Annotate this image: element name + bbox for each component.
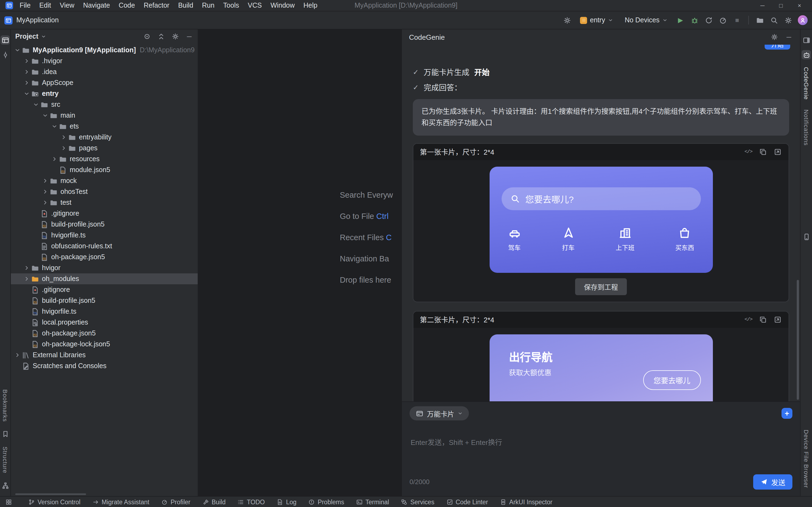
locate-file-icon[interactable]	[143, 33, 151, 41]
tree-item--idea[interactable]: .idea	[11, 66, 198, 77]
user-avatar[interactable]	[798, 15, 808, 25]
codegenie-hide-icon[interactable]: ─	[785, 33, 793, 41]
tree-item-pages[interactable]: pages	[11, 143, 198, 154]
tree-item-entry[interactable]: entry	[11, 88, 198, 99]
tree-item-build-profile-json5[interactable]: {5}build-profile.json5	[11, 219, 198, 230]
tree-item-oh-package-json5[interactable]: {5}oh-package.json5	[11, 251, 198, 263]
chevron-right-icon[interactable]	[41, 199, 49, 206]
menu-file[interactable]: File	[15, 2, 35, 9]
chevron-down-icon[interactable]	[41, 34, 47, 39]
chevron-right-icon[interactable]	[41, 188, 49, 195]
tree-item-mock[interactable]: mock	[11, 175, 198, 186]
add-context-button[interactable]: +	[781, 408, 793, 419]
menu-help[interactable]: Help	[299, 2, 322, 9]
chevron-right-icon[interactable]	[41, 177, 49, 184]
partial-action-button[interactable]: 开始	[765, 45, 790, 50]
tree-item-hvigor[interactable]: hvigor	[11, 263, 198, 273]
tree-item-appscope[interactable]: AppScope	[11, 77, 198, 88]
tree-item-myapplication9-myapplication-[interactable]: MyApplication9 [MyApplication]D:\MyAppli…	[11, 45, 198, 56]
stop-button[interactable]: ■	[733, 15, 742, 25]
status-item-migrate-assistant[interactable]: Migrate Assistant	[86, 499, 155, 505]
tree-item-oh-package-json5[interactable]: {5}oh-package.json5	[11, 328, 198, 339]
chevron-right-icon[interactable]	[13, 352, 21, 358]
tree-item-resources[interactable]: resources	[11, 154, 198, 164]
menu-vcs[interactable]: VCS	[243, 2, 266, 9]
status-item-arkui-inspector[interactable]: ArkUI Inspector	[494, 499, 559, 505]
menu-run[interactable]: Run	[198, 2, 219, 9]
code-icon[interactable]: </>	[744, 148, 753, 156]
menu-navigate[interactable]: Navigate	[79, 2, 114, 9]
chevron-right-icon[interactable]	[22, 276, 31, 282]
message-input[interactable]: Enter发送，Shift + Enter换行	[411, 437, 791, 447]
send-button[interactable]: 发送	[753, 474, 793, 490]
tree-item-external-libraries[interactable]: External Libraries	[11, 350, 198, 360]
status-item-profiler[interactable]: Profiler	[155, 499, 196, 505]
tree-item-ets[interactable]: ets	[11, 121, 198, 132]
chevron-right-icon[interactable]	[59, 145, 67, 151]
status-item-terminal[interactable]: Terminal	[350, 499, 395, 505]
chevron-down-icon[interactable]	[41, 112, 49, 119]
code-icon[interactable]: </>	[744, 315, 753, 324]
chevron-right-icon[interactable]	[22, 265, 31, 271]
chevron-down-icon[interactable]	[32, 101, 40, 108]
chevron-right-icon[interactable]	[59, 134, 67, 140]
minimize-button[interactable]: ─	[753, 2, 772, 9]
tree-item-src[interactable]: src	[11, 99, 198, 110]
tab-structure[interactable]: Structure	[2, 447, 8, 473]
chevron-right-icon[interactable]	[50, 156, 58, 162]
tree-item-oh-modules[interactable]: oh_modules	[11, 273, 198, 284]
profiler-button[interactable]	[718, 15, 728, 25]
project-panel-title[interactable]: Project	[15, 33, 39, 40]
tab-codegenie[interactable]: CodeGenie	[803, 67, 810, 100]
menu-build[interactable]: Build	[174, 2, 198, 9]
status-item-problems[interactable]: Problems	[302, 499, 350, 505]
tree-item-scratches-and-consoles[interactable]: Scratches and Consoles	[11, 360, 198, 372]
tree-item-hvigorfile-ts[interactable]: TShvigorfile.ts	[11, 230, 198, 241]
debug-button[interactable]	[690, 15, 699, 25]
tool-window-grid-icon[interactable]	[4, 498, 12, 506]
codegenie-settings-icon[interactable]	[770, 33, 778, 41]
tree-item-hvigorfile-ts[interactable]: TShvigorfile.ts	[11, 306, 198, 317]
settings-icon[interactable]	[784, 15, 793, 25]
menu-window[interactable]: Window	[266, 2, 299, 9]
status-item-log[interactable]: Log	[271, 499, 302, 505]
run-button[interactable]: ▶	[676, 15, 685, 25]
tree-item--hvigor[interactable]: .hvigor	[11, 56, 198, 66]
menu-code[interactable]: Code	[114, 2, 139, 9]
menu-view[interactable]: View	[55, 2, 79, 9]
bookmark-icon[interactable]	[1, 430, 10, 439]
tree-item-entryability[interactable]: entryability	[11, 132, 198, 143]
tree-item-module-json5[interactable]: {5}module.json5	[11, 164, 198, 175]
tree-item--gitignore[interactable]: .gitignore	[11, 208, 198, 219]
chevron-down-icon[interactable]	[13, 47, 21, 53]
maximize-button[interactable]: □	[772, 2, 790, 9]
layout-panel-icon[interactable]	[802, 36, 811, 45]
device-file-icon[interactable]	[755, 15, 765, 25]
panel-options-icon[interactable]	[171, 33, 179, 41]
tree-item-main[interactable]: main	[11, 110, 198, 121]
status-item-version-control[interactable]: Version Control	[22, 499, 86, 505]
tree-item-build-profile-json5[interactable]: {5}build-profile.json5	[11, 295, 198, 306]
status-item-services[interactable]: Services	[395, 499, 440, 505]
save-to-project-button[interactable]: 保存到工程	[575, 278, 627, 295]
tab-notifications[interactable]: Notifications	[803, 109, 810, 146]
tree-item-local-properties[interactable]: local.properties	[11, 317, 198, 328]
coverage-button[interactable]	[704, 15, 713, 25]
menu-tools[interactable]: Tools	[219, 2, 243, 9]
tab-bookmarks[interactable]: Bookmarks	[2, 390, 8, 422]
chevron-right-icon[interactable]	[22, 69, 31, 75]
export-icon[interactable]	[773, 148, 782, 156]
chevron-right-icon[interactable]	[22, 79, 31, 86]
menu-edit[interactable]: Edit	[35, 2, 55, 9]
tree-item-obfuscation-rules-txt[interactable]: obfuscation-rules.txt	[11, 241, 198, 251]
copy-icon[interactable]	[759, 148, 767, 156]
mode-selector[interactable]: 万能卡片	[410, 406, 469, 420]
tree-item-oh-package-lock-json5[interactable]: {5}oh-package-lock.json5	[11, 339, 198, 350]
chevron-right-icon[interactable]	[22, 58, 31, 64]
search-everywhere-icon[interactable]	[769, 15, 779, 25]
project-strip-icon[interactable]	[1, 36, 10, 45]
tree-item-test[interactable]: test	[11, 197, 198, 208]
hide-panel-icon[interactable]: ─	[185, 33, 193, 41]
collapse-all-icon[interactable]	[157, 33, 165, 41]
chevron-down-icon[interactable]	[50, 123, 58, 130]
